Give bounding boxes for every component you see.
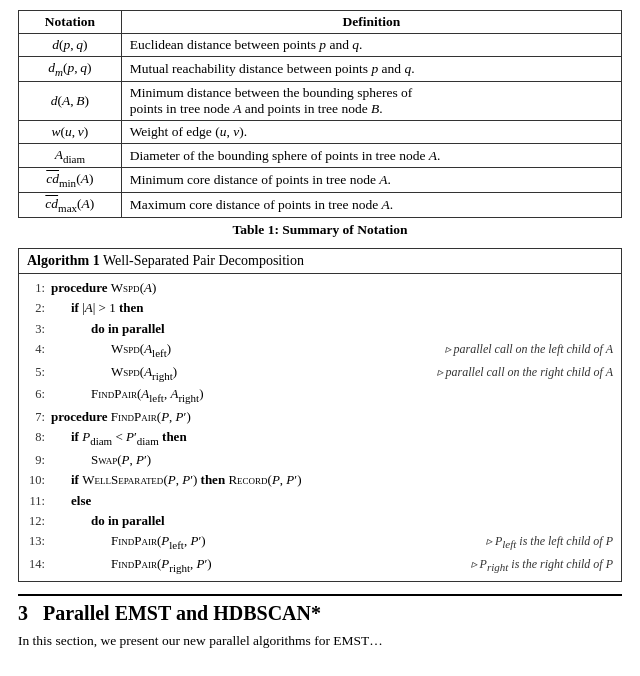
algo-line-14: 14: FindPair(Pright, P′) ▹ Pright is the… [27, 554, 613, 577]
definition-cell: Maximum core distance of points in tree … [121, 193, 621, 218]
definition-cell: Diameter of the bounding sphere of point… [121, 143, 621, 168]
notation-table-wrapper: Notation Definition d(p, q) Euclidean di… [18, 10, 622, 238]
algorithm-body: 1: procedure Wspd(A) 2: if |A| > 1 then … [19, 274, 621, 581]
line-number: 11: [27, 492, 51, 511]
line-number: 9: [27, 451, 51, 470]
line-text: procedure Wspd(A) [51, 278, 613, 298]
algorithm-number: Algorithm 1 [27, 253, 100, 268]
table-row: dm(p, q) Mutual reachability distance be… [19, 57, 622, 82]
notation-cell: d(A, B) [19, 81, 122, 120]
notation-table: Notation Definition d(p, q) Euclidean di… [18, 10, 622, 218]
line-number: 6: [27, 385, 51, 404]
line-text: if WellSeparated(P, P′) then Record(P, P… [51, 470, 613, 490]
section-body: In this section, we present our new para… [18, 631, 622, 651]
section-heading: 3 Parallel EMST and HDBSCAN* [18, 594, 622, 625]
section-text: In this section, we present our new para… [18, 633, 369, 648]
notation-cell: dm(p, q) [19, 57, 122, 82]
col-header-definition: Definition [121, 11, 621, 34]
algo-line-5: 5: Wspd(Aright) ▹ parallel call on the r… [27, 362, 613, 385]
algorithm-box: Algorithm 1 Well-Separated Pair Decompos… [18, 248, 622, 582]
line-number: 7: [27, 408, 51, 427]
algo-line-7: 7: procedure FindPair(P, P′) [27, 407, 613, 427]
line-comment: ▹ Pright is the right child of P [471, 555, 613, 576]
algo-line-4: 4: Wspd(Aleft) ▹ parallel call on the le… [27, 339, 613, 362]
line-number: 10: [27, 471, 51, 490]
table-row: d(p, q) Euclidean distance between point… [19, 34, 622, 57]
table-row: d(A, B) Minimum distance between the bou… [19, 81, 622, 120]
notation-cell: Adiam [19, 143, 122, 168]
algo-line-9: 9: Swap(P, P′) [27, 450, 613, 470]
line-text: Wspd(Aleft) [51, 339, 435, 362]
table-caption: Table 1: Summary of Notation [18, 222, 622, 238]
algo-line-6: 6: FindPair(Aleft, Aright) [27, 384, 613, 407]
line-number: 14: [27, 555, 51, 574]
algorithm-header: Algorithm 1 Well-Separated Pair Decompos… [19, 249, 621, 274]
line-number: 2: [27, 299, 51, 318]
algo-line-13: 13: FindPair(Pleft, P′) ▹ Pleft is the l… [27, 531, 613, 554]
notation-cell: cdmax(A) [19, 193, 122, 218]
algo-line-12: 12: do in parallel [27, 511, 613, 531]
line-number: 1: [27, 279, 51, 298]
notation-cell: d(p, q) [19, 34, 122, 57]
line-number: 13: [27, 532, 51, 551]
section-number: 3 [18, 602, 28, 624]
line-text: FindPair(Aleft, Aright) [51, 384, 613, 407]
line-text: FindPair(Pleft, P′) [51, 531, 476, 554]
definition-cell: Mutual reachability distance between poi… [121, 57, 621, 82]
table-row: cdmax(A) Maximum core distance of points… [19, 193, 622, 218]
algo-line-3: 3: do in parallel [27, 319, 613, 339]
algo-line-11: 11: else [27, 491, 613, 511]
line-text: if Pdiam < P′diam then [51, 427, 613, 450]
algo-line-2: 2: if |A| > 1 then [27, 298, 613, 318]
line-text: procedure FindPair(P, P′) [51, 407, 613, 427]
col-header-notation: Notation [19, 11, 122, 34]
line-text: Swap(P, P′) [51, 450, 613, 470]
line-number: 4: [27, 340, 51, 359]
line-number: 3: [27, 320, 51, 339]
line-number: 8: [27, 428, 51, 447]
definition-cell: Minimum distance between the bounding sp… [121, 81, 621, 120]
line-comment: ▹ parallel call on the right child of A [437, 363, 613, 382]
algo-line-10: 10: if WellSeparated(P, P′) then Record(… [27, 470, 613, 490]
line-text: if |A| > 1 then [51, 298, 613, 318]
algo-line-1: 1: procedure Wspd(A) [27, 278, 613, 298]
line-text: FindPair(Pright, P′) [51, 554, 461, 577]
line-text: do in parallel [51, 511, 613, 531]
line-number: 5: [27, 363, 51, 382]
definition-cell: Minimum core distance of points in tree … [121, 168, 621, 193]
definition-cell: Euclidean distance between points p and … [121, 34, 621, 57]
line-text: else [51, 491, 613, 511]
table-row: cdmin(A) Minimum core distance of points… [19, 168, 622, 193]
line-comment: ▹ Pleft is the left child of P [486, 532, 613, 553]
algo-line-8: 8: if Pdiam < P′diam then [27, 427, 613, 450]
line-comment: ▹ parallel call on the left child of A [445, 340, 613, 359]
table-row: Adiam Diameter of the bounding sphere of… [19, 143, 622, 168]
section-title: Parallel EMST and HDBSCAN* [43, 602, 321, 624]
line-text: Wspd(Aright) [51, 362, 427, 385]
line-number: 12: [27, 512, 51, 531]
algorithm-name: Well-Separated Pair Decomposition [103, 253, 304, 268]
table-row: w(u, v) Weight of edge (u, v). [19, 120, 622, 143]
definition-cell: Weight of edge (u, v). [121, 120, 621, 143]
line-text: do in parallel [51, 319, 613, 339]
notation-cell: w(u, v) [19, 120, 122, 143]
notation-cell: cdmin(A) [19, 168, 122, 193]
